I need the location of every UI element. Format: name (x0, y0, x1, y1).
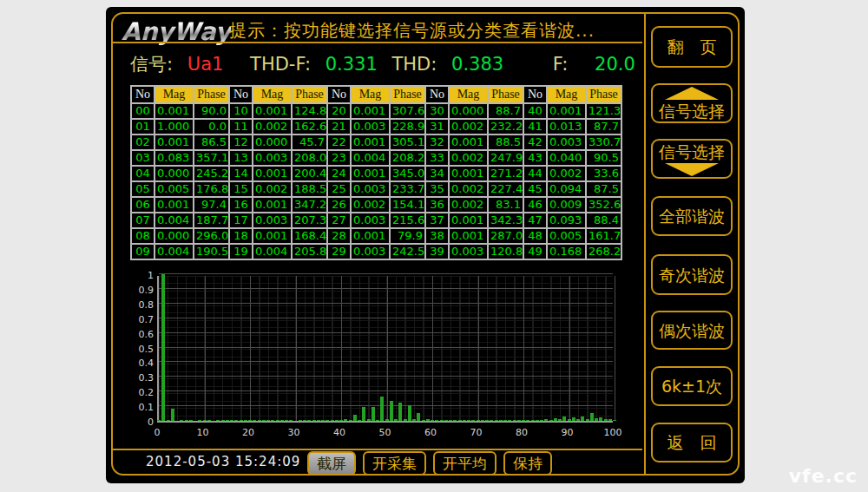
cell-phase: 162.6 (292, 119, 327, 134)
harmonic-bar-20 (248, 420, 252, 421)
harmonic-bar-66 (458, 420, 462, 421)
cell-phase: 352.6 (586, 197, 621, 213)
all-harmonics-button[interactable]: 全部谐波 (651, 196, 733, 236)
harmonic-table-body: 000.00190.0100.001124.8200.001307.6300.0… (131, 103, 621, 259)
harmonic-bar-46 (367, 419, 371, 421)
harmonic-bar-29 (289, 420, 293, 421)
column-header-mag: Mag (155, 86, 194, 103)
cell-no: 33 (425, 150, 449, 166)
start-average-button[interactable]: 开平均 (433, 451, 496, 476)
harmonic-bar-89 (562, 417, 566, 421)
cell-phase: 232.2 (488, 119, 523, 134)
harmonic-bar-91 (572, 417, 575, 421)
harmonic-bar-64 (449, 420, 452, 421)
cell-phase: 245.2 (194, 166, 229, 181)
cell-mag: 0.002 (449, 150, 488, 166)
cell-phase: 154.1 (390, 197, 425, 213)
cell-phase: 271.2 (488, 166, 523, 181)
cell-no: 37 (425, 213, 449, 228)
harmonic-bar-61 (435, 420, 438, 421)
harmonic-bar-1 (161, 274, 165, 421)
cell-mag: 0.004 (351, 150, 390, 166)
cell-no: 13 (229, 150, 253, 166)
gridline-horizontal (159, 288, 613, 289)
cell-phase: 90.5 (586, 150, 621, 166)
harmonic-bar-88 (558, 419, 562, 421)
harmonic-bar-28 (285, 420, 288, 421)
column-header-phase: Phase (194, 86, 229, 103)
harmonic-bar-31 (299, 420, 302, 421)
cell-phase: 347.2 (292, 197, 327, 213)
thd-label: THD: (391, 54, 437, 75)
page-flip-button[interactable]: 翻 页 (651, 26, 733, 68)
frequency-value: 20.0 (595, 54, 635, 75)
cell-no: 23 (327, 150, 351, 166)
cell-phase: 168.4 (292, 228, 327, 244)
even-harmonics-button[interactable]: 偶次谐波 (651, 311, 733, 350)
cell-mag: 0.002 (253, 181, 292, 197)
cell-phase: 342.3 (488, 213, 523, 228)
harmonic-bar-0 (157, 420, 161, 421)
thdf-value: 0.331 (326, 54, 378, 75)
harmonic-bar-82 (531, 420, 535, 421)
harmonic-bar-50 (385, 419, 389, 421)
signal-select-down-button[interactable]: 信号选择 (651, 139, 733, 179)
table-row: 040.000245.2140.001200.4240.001345.0340.… (131, 166, 621, 181)
y-axis-tick-label: 0.1 (128, 402, 154, 413)
cell-no: 10 (229, 103, 253, 119)
cell-no: 11 (229, 119, 253, 134)
harmonic-bar-63 (444, 420, 448, 421)
harmonic-bar-100 (613, 420, 616, 421)
button-label: 信号选择 (659, 102, 725, 121)
start-acquire-button[interactable]: 开采集 (363, 451, 426, 476)
harmonic-bar-97 (599, 417, 602, 421)
odd-harmonics-button[interactable]: 奇次谐波 (651, 254, 733, 295)
cell-phase: 345.0 (390, 166, 425, 181)
column-header-mag: Mag (253, 86, 292, 103)
table-row: 070.004187.7170.003207.3270.003215.6370.… (131, 213, 621, 228)
cell-mag: 0.168 (547, 244, 586, 259)
gridline-horizontal (159, 390, 613, 391)
6k-plus-minus-1-button[interactable]: 6k±1次 (651, 366, 733, 406)
signal-select-up-button[interactable]: 信号选择 (651, 83, 733, 123)
cell-mag: 0.001 (351, 228, 390, 244)
cell-no: 40 (523, 103, 547, 119)
harmonic-bar-45 (362, 407, 365, 421)
harmonic-bar-96 (595, 418, 598, 421)
cell-mag: 0.001 (449, 134, 488, 150)
gridline-horizontal (159, 376, 613, 377)
cell-no: 07 (131, 213, 155, 228)
x-axis-tick-label: 50 (372, 427, 398, 438)
cell-no: 01 (131, 119, 155, 134)
table-row: 060.00197.4160.001347.2260.002154.1360.0… (131, 197, 621, 213)
cell-phase: 97.4 (194, 197, 229, 213)
cell-phase: 242.5 (390, 244, 425, 259)
gridline-vertical (478, 276, 479, 421)
hold-button[interactable]: 保持 (503, 451, 552, 476)
cell-phase: 357.1 (194, 150, 229, 166)
cell-mag: 0.093 (547, 213, 586, 228)
harmonic-bar-25 (271, 420, 274, 421)
cell-phase: 200.4 (292, 166, 327, 181)
cell-mag: 0.003 (253, 213, 292, 228)
x-axis-tick-label: 100 (600, 427, 626, 438)
harmonic-bar-75 (499, 420, 503, 421)
cell-phase: 268.2 (586, 244, 621, 259)
cell-no: 29 (327, 244, 351, 259)
cell-no: 27 (327, 213, 351, 228)
cell-phase: 296.0 (194, 228, 229, 244)
cell-no: 00 (131, 103, 155, 119)
column-header-mag: Mag (547, 86, 586, 103)
cell-mag: 0.009 (547, 197, 586, 213)
harmonic-bar-9 (198, 420, 201, 421)
signal-summary-bar: 信号: Ua1 THD-F: 0.331 THD: 0.383 F: 20.0 (130, 52, 644, 76)
harmonic-bar-52 (394, 419, 398, 421)
cell-mag: 0.003 (351, 119, 390, 134)
thd-value: 0.383 (451, 54, 503, 75)
harmonic-bar-48 (376, 420, 379, 421)
column-header-phase: Phase (586, 86, 621, 103)
gridline-vertical (296, 276, 297, 421)
return-button[interactable]: 返 回 (651, 423, 733, 462)
screenshot-button[interactable]: 截屏 (307, 451, 356, 476)
cell-no: 15 (229, 181, 253, 197)
